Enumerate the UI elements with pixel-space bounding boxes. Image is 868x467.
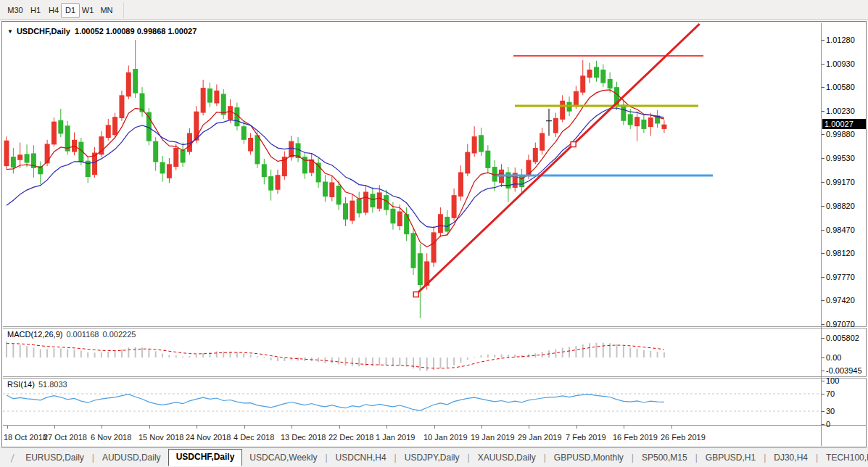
candle <box>505 167 511 202</box>
candle <box>452 189 457 221</box>
macd-signal-value: 0.002225 <box>103 330 136 339</box>
price-axis-label: 0.97070 <box>826 320 855 328</box>
trendline-anchor-handle[interactable] <box>571 142 576 147</box>
candle <box>86 157 91 183</box>
candle <box>255 131 260 168</box>
candle <box>65 121 70 155</box>
candle <box>492 160 497 191</box>
candle <box>106 119 111 141</box>
candle <box>17 143 22 168</box>
chart-tab-tech100[interactable]: TECH100,H <box>819 450 868 466</box>
candle <box>479 128 484 156</box>
timeframe-button-mn[interactable]: MN <box>96 3 117 18</box>
candle <box>533 143 538 165</box>
candle <box>262 159 267 184</box>
timeframe-button-h1[interactable]: H1 <box>26 3 45 18</box>
time-axis-label: 4 Dec 2018 <box>233 433 274 442</box>
chart-tab-bar: | EURUSD,Daily|AUDUSD,DailyUSDCHF,DailyU… <box>0 447 868 467</box>
candle <box>221 89 226 119</box>
candle <box>282 152 287 180</box>
slow-ma-line[interactable] <box>7 108 664 228</box>
time-axis-tick <box>671 426 672 429</box>
time-axis-label: 29 Jan 2019 <box>518 433 562 442</box>
price-axis-label: 0.98120 <box>826 249 855 257</box>
price-axis-label: 0.97420 <box>826 296 855 305</box>
price-axis-label: 0.98470 <box>826 226 855 234</box>
chart-tab-usdjpy[interactable]: USDJPY,Daily <box>397 450 467 466</box>
candle <box>187 128 192 154</box>
doji-candle <box>546 109 552 136</box>
time-axis-tick <box>197 426 197 429</box>
macd-indicator-label: MACD(12,26,9)0.0011680.002225 <box>7 330 136 339</box>
chart-tab-eurusd[interactable]: EURUSD,Daily <box>18 450 91 466</box>
chart-tab-usdchf[interactable]: USDCHF,Daily <box>168 449 243 466</box>
candle <box>357 191 362 217</box>
candle <box>635 112 640 141</box>
time-axis-tick <box>529 426 529 429</box>
price-axis-label: 0.97770 <box>826 273 855 281</box>
candle <box>580 60 585 95</box>
candle <box>99 131 104 157</box>
candle <box>140 87 145 117</box>
time-axis-label: 15 Nov 2018 <box>139 433 183 442</box>
time-axis-label: 19 Jan 2019 <box>471 433 515 442</box>
time-axis-tick <box>339 426 340 429</box>
candle <box>276 170 281 194</box>
candle <box>268 170 273 201</box>
candle <box>207 83 212 107</box>
time-axis-tick <box>7 426 8 429</box>
time-axis-tick <box>434 426 435 429</box>
chart-tab-usdcnh[interactable]: USDCNH,H4 <box>328 450 394 466</box>
chart-tab-xauusd[interactable]: XAUUSD,Daily <box>471 450 543 466</box>
time-axis-tick <box>292 426 292 429</box>
toolbar-separator <box>123 2 124 18</box>
timeframe-button-w1[interactable]: W1 <box>78 3 97 18</box>
candle <box>25 144 30 167</box>
candle <box>4 136 9 170</box>
close-value: 1.00027 <box>168 27 197 36</box>
timeframe-button-m30[interactable]: M30 <box>4 3 26 18</box>
time-axis-label: 1 Jan 2019 <box>376 433 415 442</box>
candle <box>153 137 158 171</box>
time-axis-tick <box>576 426 577 429</box>
time-axis-label: 22 Dec 2018 <box>328 433 373 442</box>
candle <box>51 117 57 146</box>
candle <box>133 40 138 98</box>
candle <box>248 133 253 154</box>
candle <box>519 169 524 194</box>
chart-tab-gbpusd[interactable]: GBPUSD,Monthly <box>547 450 631 466</box>
candle <box>119 91 124 121</box>
macd-axis-label: -0.003945 <box>826 366 862 375</box>
rsi-indicator-label: RSI(14)51.8033 <box>7 380 67 389</box>
open-value: 1.00052 <box>75 27 104 36</box>
trendline-anchor-handle[interactable] <box>413 292 418 297</box>
candle <box>594 61 599 82</box>
symbol-dropdown-icon[interactable]: ▼ <box>7 28 13 35</box>
chart-tab-usdcad[interactable]: USDCAD,Weekly <box>242 450 324 466</box>
chart-tab-gbpusd[interactable]: GBPUSD,H1 <box>698 450 763 466</box>
chart-tab-sp500[interactable]: SP500,M15 <box>635 450 695 466</box>
candle <box>465 144 470 176</box>
candle <box>513 168 518 192</box>
macd-axis-label: 0.00 <box>826 353 841 362</box>
timeframe-button-d1[interactable]: D1 <box>61 3 80 18</box>
candle <box>167 158 172 183</box>
macd-name: MACD(12,26,9) <box>7 330 62 339</box>
rsi-line <box>7 394 664 411</box>
candle <box>621 99 626 125</box>
time-axis-tick <box>481 426 482 429</box>
timeframe-toolbar: M30H1H4D1W1MN <box>0 0 868 20</box>
time-axis-tick <box>149 426 150 429</box>
candle <box>418 244 423 318</box>
low-value: 0.99868 <box>137 27 166 36</box>
candle <box>655 110 660 128</box>
price-chart-canvas[interactable] <box>3 23 821 326</box>
candle <box>316 158 321 188</box>
chart-tab-audusd[interactable]: AUDUSD,Daily <box>95 450 168 466</box>
chart-tab-dj30[interactable]: DJ30,H4 <box>766 450 815 466</box>
trend-line[interactable] <box>416 24 700 294</box>
time-axis-tick <box>54 426 55 429</box>
candle <box>323 175 328 202</box>
rsi-panel-canvas[interactable] <box>3 379 821 425</box>
rsi-axis-label: 70 <box>826 389 835 398</box>
